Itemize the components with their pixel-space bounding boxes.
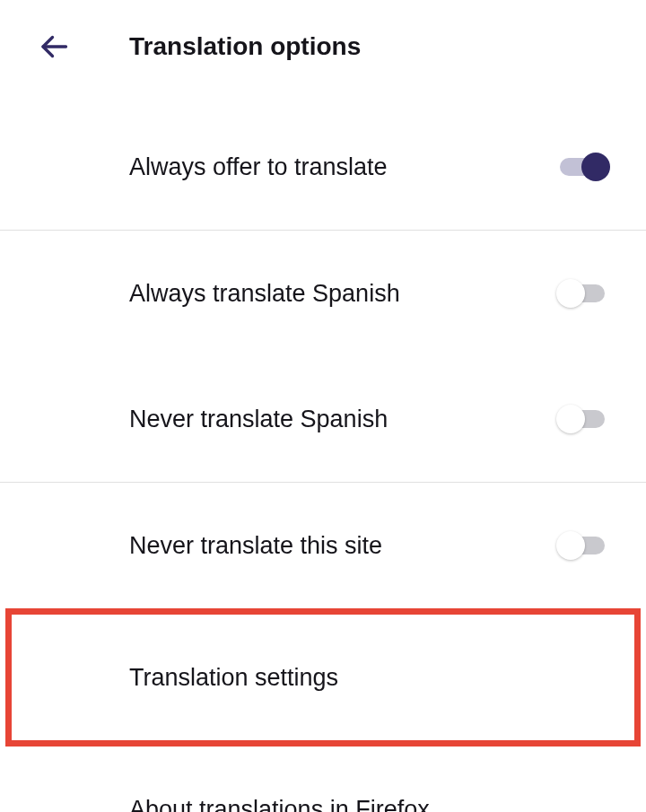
always-offer-label: Always offer to translate — [129, 153, 388, 181]
always-translate-lang-row[interactable]: Always translate Spanish — [0, 231, 646, 356]
always-translate-lang-label: Always translate Spanish — [129, 280, 400, 308]
never-translate-lang-row[interactable]: Never translate Spanish — [0, 356, 646, 482]
never-translate-site-row[interactable]: Never translate this site — [0, 483, 646, 608]
never-translate-lang-label: Never translate Spanish — [129, 406, 388, 433]
never-translate-site-toggle[interactable] — [556, 533, 608, 558]
about-translations-link[interactable]: About translations in Firefox — [0, 747, 646, 812]
header: Translation options — [0, 0, 646, 104]
toggle-thumb — [581, 153, 610, 181]
toggle-thumb — [556, 279, 585, 308]
translation-settings-link[interactable]: Translation settings — [12, 615, 634, 740]
never-translate-lang-toggle[interactable] — [556, 406, 608, 432]
page-title: Translation options — [129, 32, 361, 61]
about-translations-label: About translations in Firefox — [129, 796, 430, 813]
toggle-thumb — [556, 531, 585, 560]
translation-settings-label: Translation settings — [129, 664, 338, 692]
toggle-thumb — [556, 405, 585, 433]
always-translate-lang-toggle[interactable] — [556, 281, 608, 306]
arrow-left-icon — [38, 31, 70, 63]
always-offer-row[interactable]: Always offer to translate — [0, 104, 646, 230]
back-button[interactable] — [32, 25, 75, 68]
highlight-annotation: Translation settings — [5, 608, 641, 747]
always-offer-toggle[interactable] — [556, 154, 608, 179]
never-translate-site-label: Never translate this site — [129, 532, 382, 560]
